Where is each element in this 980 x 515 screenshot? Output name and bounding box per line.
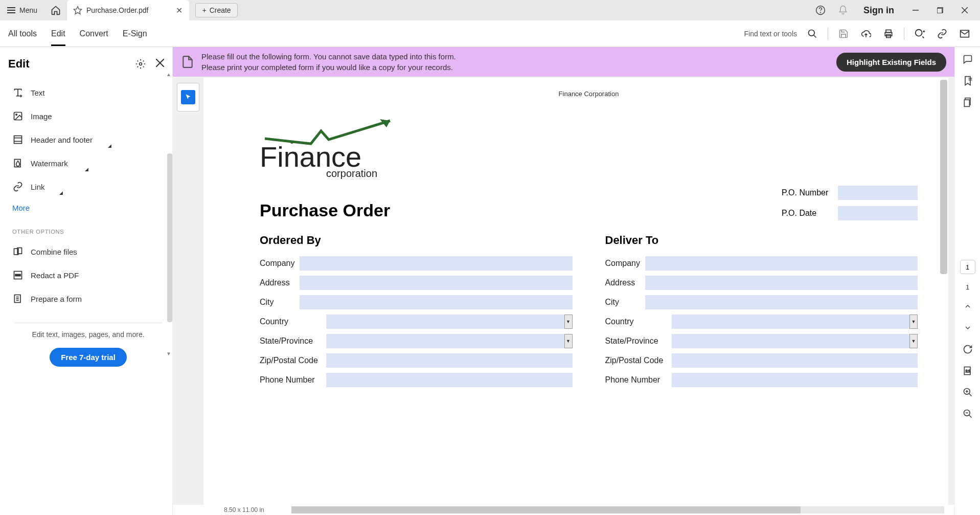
- link-icon: [937, 29, 947, 39]
- selection-tool[interactable]: [177, 83, 199, 111]
- zoom-in-icon: [963, 387, 973, 397]
- minimize-button[interactable]: [904, 0, 927, 20]
- dropdown-button[interactable]: ▼: [909, 315, 918, 329]
- deliver-country-select[interactable]: [672, 315, 910, 329]
- help-button[interactable]: [810, 0, 831, 20]
- dropdown-button[interactable]: ▼: [909, 334, 918, 348]
- deliver-address-input[interactable]: [645, 276, 918, 290]
- field-label: Phone Number: [605, 375, 672, 385]
- panel-close-button[interactable]: [156, 59, 164, 69]
- panel-settings-button[interactable]: [135, 59, 146, 69]
- sub-toolbar: All tools Edit Convert E-Sign Find text …: [0, 20, 980, 47]
- signin-button[interactable]: Sign in: [855, 5, 902, 16]
- tool-image[interactable]: Image: [8, 104, 168, 128]
- print-button[interactable]: [881, 27, 896, 41]
- document-title: Purchase Order: [260, 200, 390, 220]
- upload-button[interactable]: [859, 27, 873, 41]
- highlight-fields-button[interactable]: Highlight Existing Fields: [836, 53, 946, 72]
- comments-button[interactable]: [962, 53, 974, 65]
- svg-text:corporation: corporation: [326, 168, 377, 179]
- search-icon: [807, 29, 817, 39]
- field-label: State/Province: [605, 337, 672, 346]
- document-tab[interactable]: Purchase.Order.pdf ✕: [67, 0, 189, 20]
- more-link[interactable]: More: [8, 198, 168, 217]
- tab-close-button[interactable]: ✕: [173, 4, 185, 16]
- cloud-upload-icon: [861, 29, 871, 39]
- deliver-zip-input[interactable]: [672, 353, 918, 368]
- pages-button[interactable]: [962, 96, 974, 108]
- ordered-address-input[interactable]: [300, 276, 573, 290]
- tool-prepare-form[interactable]: Prepare a form: [8, 287, 168, 310]
- trial-button[interactable]: Free 7-day trial: [50, 348, 127, 367]
- total-pages: 1: [966, 283, 969, 291]
- bookmarks-button[interactable]: [962, 75, 974, 87]
- maximize-button[interactable]: [929, 0, 951, 20]
- caret-icon: ◢: [85, 167, 88, 172]
- tool-link[interactable]: Link ◢: [8, 175, 168, 198]
- svg-rect-24: [14, 136, 22, 144]
- home-button[interactable]: [44, 0, 67, 20]
- deliver-company-input[interactable]: [645, 256, 918, 271]
- comment-icon: [963, 54, 973, 64]
- sub-nav: All tools Edit Convert E-Sign: [8, 23, 147, 44]
- search-button[interactable]: [805, 27, 819, 41]
- ordered-company-input[interactable]: [300, 256, 573, 271]
- field-label: Zip/Postal Code: [260, 356, 326, 365]
- ordered-country-select[interactable]: [326, 315, 564, 329]
- nav-convert[interactable]: Convert: [80, 23, 108, 44]
- svg-line-50: [969, 415, 971, 418]
- link-button[interactable]: [935, 27, 949, 41]
- ordered-state-select[interactable]: [326, 334, 564, 348]
- po-number-input[interactable]: [838, 186, 918, 200]
- fit-page-button[interactable]: 1:1: [962, 365, 974, 377]
- tool-watermark[interactable]: Watermark ◢: [8, 151, 168, 175]
- current-page-input[interactable]: 1: [960, 260, 975, 274]
- dropdown-button[interactable]: ▼: [564, 315, 573, 329]
- tool-text[interactable]: Text: [8, 81, 168, 104]
- page-down-button[interactable]: [962, 322, 974, 334]
- nav-esign[interactable]: E-Sign: [123, 23, 147, 44]
- po-date-input[interactable]: [838, 206, 918, 220]
- scroll-down-icon: ▼: [166, 351, 171, 356]
- svg-point-13: [916, 29, 922, 36]
- email-button[interactable]: [958, 27, 972, 41]
- ordered-city-input[interactable]: [300, 295, 573, 309]
- zoom-in-button[interactable]: [962, 386, 974, 398]
- maximize-icon: [937, 7, 943, 13]
- svg-line-9: [814, 35, 816, 37]
- zoom-out-button[interactable]: [962, 408, 974, 420]
- page-up-button[interactable]: [962, 300, 974, 312]
- home-icon: [51, 5, 61, 15]
- sparkle-icon: [914, 28, 925, 39]
- pdf-page: Finance Corporation Finance corporation …: [203, 78, 948, 515]
- panel-scrollbar[interactable]: ▲ ▼: [166, 72, 172, 515]
- tool-header-footer[interactable]: Header and footer ◢: [8, 128, 168, 151]
- caret-icon: ◢: [59, 190, 63, 195]
- menu-button[interactable]: Menu: [0, 0, 44, 20]
- close-window-button[interactable]: [953, 0, 976, 20]
- nav-edit[interactable]: Edit: [51, 23, 65, 44]
- ai-button[interactable]: [913, 27, 927, 41]
- header-footer-icon: [12, 134, 24, 145]
- notifications-button[interactable]: [833, 0, 853, 20]
- ordered-zip-input[interactable]: [326, 353, 573, 368]
- rotate-button[interactable]: [962, 343, 974, 355]
- deliver-phone-input[interactable]: [672, 373, 918, 387]
- create-button[interactable]: + Create: [195, 3, 237, 17]
- deliver-state-select[interactable]: [672, 334, 910, 348]
- deliver-city-input[interactable]: [645, 295, 918, 309]
- panel-title: Edit: [8, 57, 30, 71]
- svg-text:1:1: 1:1: [965, 369, 970, 373]
- page-scrollbar[interactable]: [940, 80, 947, 274]
- dropdown-button[interactable]: ▼: [564, 334, 573, 348]
- right-rail: 1 1 1:1: [954, 47, 980, 515]
- tool-combine[interactable]: Combine files: [8, 240, 168, 263]
- tool-redact[interactable]: Redact a PDF: [8, 263, 168, 287]
- po-number-label: P.O. Number: [782, 188, 831, 197]
- tool-label: Prepare a form: [31, 295, 82, 303]
- save-button[interactable]: [836, 27, 851, 41]
- document-icon: [181, 55, 194, 69]
- horizontal-scrollbar[interactable]: [291, 506, 944, 513]
- ordered-phone-input[interactable]: [326, 373, 573, 387]
- nav-all-tools[interactable]: All tools: [8, 23, 37, 44]
